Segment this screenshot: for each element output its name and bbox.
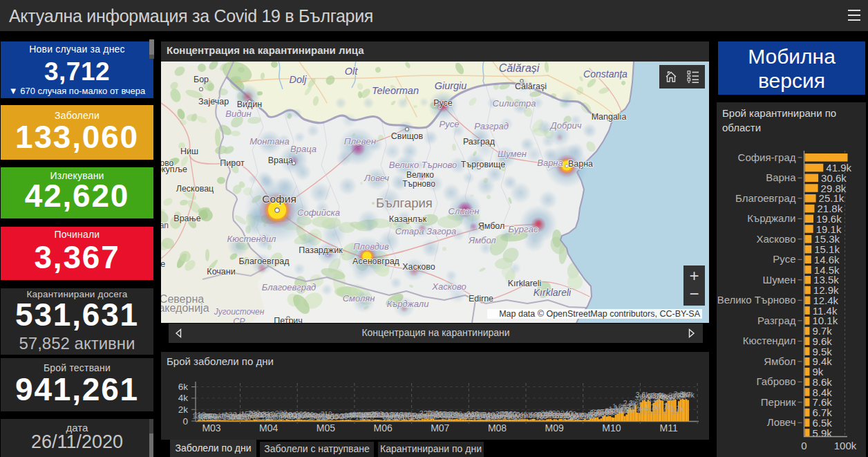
svg-text:Хасково: Хасково	[756, 233, 795, 245]
svg-text:Бор: Бор	[194, 75, 209, 84]
svg-text:пје: пје	[161, 259, 165, 269]
svg-text:Ямбол: Ямбол	[468, 235, 496, 245]
svg-text:Софийска: Софийска	[297, 207, 340, 218]
svg-text:Хасково: Хасково	[431, 281, 466, 292]
svg-text:Казанлък: Казанлък	[389, 214, 427, 224]
svg-text:Dolj: Dolj	[290, 74, 308, 85]
svg-text:3.7k: 3.7k	[681, 391, 695, 399]
svg-text:България: България	[376, 196, 433, 210]
svg-text:1k: 1k	[671, 407, 681, 416]
svg-text:Шумен: Шумен	[762, 274, 795, 286]
svg-text:София: София	[262, 193, 296, 205]
svg-text:Kırklareli: Kırklareli	[534, 287, 572, 298]
svg-text:Благоевград: Благоевград	[262, 282, 317, 292]
svg-text:lan: lan	[161, 221, 169, 230]
svg-text:Смолян: Смолян	[343, 293, 375, 304]
svg-text:Сливен: Сливен	[449, 206, 480, 216]
svg-text:Асеновград: Асеновград	[352, 257, 399, 266]
svg-text:M03: M03	[202, 422, 220, 433]
svg-text:Благоевград: Благоевград	[239, 257, 290, 266]
svg-text:67581 6: 67581 6	[638, 407, 668, 416]
svg-text:100k: 100k	[834, 440, 857, 451]
svg-text:Врање: Врање	[173, 214, 200, 223]
svg-text:Варна: Варна	[766, 171, 796, 183]
svg-text:Ямбол: Ямбол	[478, 221, 505, 231]
svg-text:Враца: Враца	[290, 144, 317, 154]
svg-text:Ловеч: Ловеч	[767, 416, 796, 428]
svg-text:Edirne: Edirne	[469, 294, 493, 304]
svg-text:Кюстендил: Кюстендил	[227, 234, 277, 244]
svg-text:Giurgiu: Giurgiu	[435, 80, 467, 91]
svg-text:Петрич: Петрич	[274, 316, 303, 323]
svg-text:M04: M04	[259, 422, 278, 433]
svg-text:6k: 6k	[178, 382, 189, 392]
svg-text:2k: 2k	[178, 404, 189, 415]
svg-text:Стара Загора: Стара Загора	[395, 226, 457, 236]
svg-text:Видин: Видин	[225, 109, 251, 119]
svg-text:Търговище: Търговище	[461, 160, 505, 169]
svg-text:Пазарджик: Пазарджик	[299, 245, 343, 255]
svg-text:Хасково: Хасково	[402, 262, 435, 272]
svg-text:0327: 0327	[605, 407, 623, 416]
svg-text:Југоисточен: Југоисточен	[214, 307, 265, 317]
svg-text:Ловеч: Ловеч	[364, 173, 389, 183]
svg-text:Разград: Разград	[474, 121, 509, 131]
svg-text:Călăraşi: Călăraşi	[515, 82, 547, 91]
svg-text:Кърджали: Кърджали	[747, 212, 795, 224]
svg-text:Constanța: Constanța	[583, 68, 628, 80]
svg-text:Добрич: Добрич	[549, 120, 582, 131]
svg-text:Mangalia: Mangalia	[592, 112, 627, 122]
svg-text:Велико: Велико	[406, 170, 434, 180]
svg-text:ново: ново	[161, 158, 173, 168]
svg-text:Кюстендил: Кюстендил	[743, 335, 796, 346]
svg-text:Благоевград: Благоевград	[735, 192, 796, 204]
svg-text:Русе: Русе	[440, 119, 460, 129]
svg-text:Călărași: Călărași	[499, 62, 540, 74]
svg-text:M11: M11	[659, 422, 677, 433]
svg-text:Плевен: Плевен	[344, 136, 377, 147]
svg-text:Пирот: Пирот	[220, 158, 245, 168]
svg-text:M05: M05	[317, 422, 335, 433]
svg-text:M09: M09	[545, 422, 564, 433]
svg-text:Велико Търново: Велико Търново	[389, 160, 457, 170]
svg-text:акедонија: акедонија	[161, 302, 209, 314]
svg-text:Перник: Перник	[761, 396, 796, 408]
svg-text:M06: M06	[373, 422, 392, 433]
svg-text:СР: СР	[233, 317, 245, 323]
svg-text:София-град: София-град	[738, 151, 796, 163]
svg-text:4k: 4k	[178, 393, 189, 403]
svg-text:0: 0	[182, 416, 188, 427]
svg-text:Силистра: Силистра	[493, 98, 536, 109]
svg-text:Враца: Враца	[268, 156, 293, 165]
svg-text:Варна: Варна	[537, 158, 563, 168]
svg-text:Ниш: Ниш	[180, 147, 198, 156]
svg-text:Бургас: Бургас	[508, 224, 538, 234]
svg-text:Варна: Варна	[568, 159, 593, 169]
svg-text:M08: M08	[488, 422, 507, 433]
svg-text:Пловдив: Пловдив	[353, 241, 389, 252]
svg-text:Търново: Търново	[402, 179, 435, 189]
svg-text:Видин: Видин	[237, 100, 263, 109]
svg-text:Велико Търново: Велико Търново	[717, 294, 796, 306]
svg-text:Olt: Olt	[345, 66, 359, 77]
svg-text:Зајечар: Зајечар	[198, 97, 229, 106]
svg-text:0: 0	[801, 440, 806, 451]
svg-text:Русе: Русе	[773, 253, 795, 265]
svg-text:Лесковац: Лесковац	[176, 184, 214, 194]
svg-text:Разград: Разград	[463, 137, 496, 147]
svg-text:M07: M07	[431, 422, 449, 433]
svg-text:Кърджали: Кърджали	[387, 299, 429, 309]
svg-text:Габрово: Габрово	[756, 375, 795, 387]
svg-text:Ямбол: Ямбол	[764, 355, 795, 367]
svg-text:Свищов: Свищов	[391, 131, 424, 141]
svg-text:Разград: Разград	[757, 315, 796, 326]
svg-text:Шумен: Шумен	[498, 149, 527, 159]
svg-text:Монтана: Монтана	[249, 136, 290, 147]
svg-text:Русе: Русе	[433, 98, 453, 108]
svg-text:M10: M10	[602, 422, 621, 433]
svg-text:Teleorman: Teleorman	[372, 85, 419, 96]
svg-text:Кочани: Кочани	[207, 267, 235, 277]
